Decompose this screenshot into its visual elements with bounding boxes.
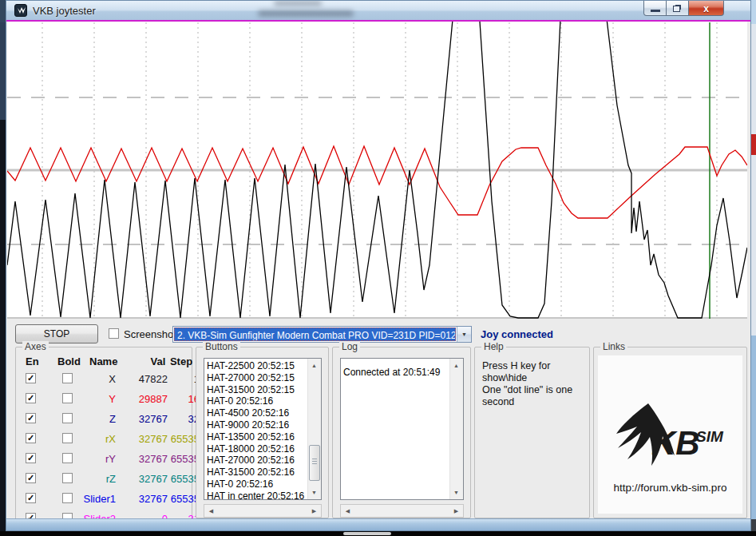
window-title: VKB joytester	[33, 5, 96, 17]
en-checkbox[interactable]: ✓	[26, 413, 36, 423]
device-select[interactable]: 2. VKB-Sim Gunfighter Modern Combat PRO …	[172, 326, 472, 343]
axis-value: 29887	[120, 393, 168, 405]
help-panel-title: Help	[481, 341, 506, 352]
axis-row-x: ✓ X 47822 1	[16, 371, 192, 387]
axes-panel-title: Axes	[22, 341, 49, 352]
header-name: Name	[89, 355, 117, 367]
en-checkbox[interactable]: ✓	[26, 453, 36, 463]
axis-step: 65535	[161, 493, 200, 505]
background-window-right-edge	[751, 0, 756, 531]
button-event[interactable]: HAT-0 20:52:16	[207, 478, 307, 490]
button-event[interactable]: HAT-31500 20:52:16	[207, 467, 307, 478]
help-panel: Help Press H key for show\hide One "dot …	[474, 347, 590, 518]
axis-row-y: ✓ Y 29887 16	[16, 391, 192, 407]
links-panel-title: Links	[600, 341, 627, 352]
header-bold: Bold	[57, 355, 81, 367]
restore-button[interactable]	[667, 1, 688, 16]
scroll-right-icon[interactable]: ▶	[308, 505, 320, 517]
axis-name: Y	[64, 393, 116, 405]
app-window: VKB joytester x STOP Screenshoot	[6, 0, 751, 531]
log-panel: Log Connected at 20:51:49 ▲ ▼ ◀ ▶	[332, 347, 471, 518]
minimize-icon	[651, 10, 660, 12]
buttons-panel: Buttons HAT-22500 20:52:15 HAT-27000 20:…	[196, 347, 329, 518]
taskbar-item	[343, 532, 391, 535]
button-event[interactable]: HAT-0 20:52:16	[207, 395, 307, 407]
axis-name: Z	[64, 413, 116, 425]
en-checkbox[interactable]: ✓	[26, 473, 36, 483]
scroll-up-icon[interactable]: ▲	[450, 359, 462, 371]
axis-step: 16	[161, 393, 200, 405]
scroll-left-icon[interactable]: ◀	[205, 505, 217, 517]
close-icon: x	[703, 3, 709, 14]
window-bottom-frame	[6, 518, 750, 530]
axis-row-z: ✓ Z 32767 32	[16, 411, 192, 427]
scrollbar-thumb[interactable]	[309, 445, 320, 481]
axis-value: 32767	[120, 453, 168, 465]
button-event[interactable]: HAT-22500 20:52:15	[207, 360, 307, 372]
axis-step: 1	[161, 373, 200, 385]
axis-row-rx: ✓ rX 32767 65535	[16, 431, 192, 447]
axis-row-slider1: ✓ Slider1 32767 65535	[16, 491, 192, 507]
desktop-background: VKB joytester x STOP Screenshoot	[0, 0, 756, 536]
links-panel: Links KB SIM http://forum.vkb-sim.pro	[593, 347, 747, 518]
axis-row-rz: ✓ rZ 32767 65535	[16, 471, 192, 487]
device-selected-option[interactable]: 2. VKB-Sim Gunfighter Modern Combat PRO …	[174, 328, 456, 341]
en-checkbox[interactable]: ✓	[26, 393, 36, 403]
log-entry[interactable]: Connected at 20:51:49	[343, 367, 449, 379]
logo-kb-text: KB	[651, 424, 700, 462]
close-button[interactable]: x	[688, 1, 724, 16]
background-window-left-edge	[0, 0, 6, 531]
scroll-up-icon[interactable]: ▲	[308, 359, 320, 371]
scroll-down-icon[interactable]: ▼	[308, 486, 320, 498]
control-bar: STOP Screenshoot 2. VKB-Sim Gunfighter M…	[6, 319, 750, 347]
en-checkbox[interactable]: ✓	[26, 433, 36, 443]
screenshot-checkbox[interactable]	[109, 328, 119, 339]
y-axis-waveform	[7, 146, 747, 218]
axis-value: 32767	[120, 473, 168, 485]
glass-reflection	[274, 1, 322, 6]
scroll-left-icon[interactable]: ◀	[342, 505, 354, 517]
axis-step: 65535	[161, 453, 200, 465]
axis-value: 32767	[120, 413, 168, 425]
axis-step: 65535	[161, 433, 200, 445]
scroll-down-icon[interactable]: ▼	[450, 486, 462, 498]
axis-value: 32767	[120, 493, 168, 505]
chevron-down-icon: ▼	[461, 332, 467, 337]
axis-name: rZ	[64, 473, 116, 485]
axes-panel: Axes En Bold Name Val Step ✓ X 47822 1 ✓…	[15, 347, 192, 524]
log-panel-title: Log	[339, 341, 360, 352]
vertical-scrollbar[interactable]: ▲ ▼	[307, 359, 321, 499]
axis-name: rX	[64, 433, 116, 445]
connection-status: Joy connected	[481, 328, 553, 340]
button-event[interactable]: HAT-18000 20:52:16	[207, 443, 307, 455]
horizontal-scrollbar[interactable]: ◀ ▶	[204, 504, 322, 518]
horizontal-scrollbar[interactable]: ◀ ▶	[340, 504, 464, 518]
minimize-button[interactable]	[643, 1, 667, 16]
axis-step: 32	[161, 413, 200, 425]
buttons-log-list[interactable]: HAT-22500 20:52:15 HAT-27000 20:52:15 HA…	[204, 358, 322, 500]
button-event[interactable]: HAT-13500 20:52:16	[207, 431, 307, 443]
forum-link[interactable]: http://forum.vkb-sim.pro	[598, 482, 742, 494]
background-taskbar	[0, 531, 756, 536]
links-content: KB SIM http://forum.vkb-sim.pro	[598, 355, 742, 514]
button-event[interactable]: HAT-27000 20:52:16	[207, 455, 307, 467]
button-event[interactable]: HAT in center 20:52:16	[207, 490, 307, 500]
title-bar[interactable]: VKB joytester x	[6, 1, 750, 21]
axis-name: rY	[64, 453, 116, 465]
axis-row-ry: ✓ rY 32767 65535	[16, 451, 192, 467]
logo-sim-text: SIM	[696, 428, 724, 445]
buttons-panel-title: Buttons	[203, 341, 240, 352]
button-event[interactable]: HAT-31500 20:52:15	[207, 384, 307, 396]
vkb-sim-logo[interactable]: KB SIM	[607, 402, 734, 474]
restore-icon	[673, 6, 680, 12]
en-checkbox[interactable]: ✓	[26, 373, 36, 383]
axis-name: X	[64, 373, 116, 385]
scroll-right-icon[interactable]: ▶	[450, 505, 462, 517]
button-event[interactable]: HAT-9000 20:52:16	[207, 419, 307, 431]
button-event[interactable]: HAT-27000 20:52:15	[207, 372, 307, 384]
combo-dropdown-button[interactable]: ▼	[457, 327, 471, 342]
log-list[interactable]: Connected at 20:51:49 ▲ ▼	[340, 358, 464, 500]
button-event[interactable]: HAT-4500 20:52:16	[207, 407, 307, 419]
en-checkbox[interactable]: ✓	[26, 493, 36, 503]
vertical-scrollbar[interactable]: ▲ ▼	[449, 359, 463, 499]
